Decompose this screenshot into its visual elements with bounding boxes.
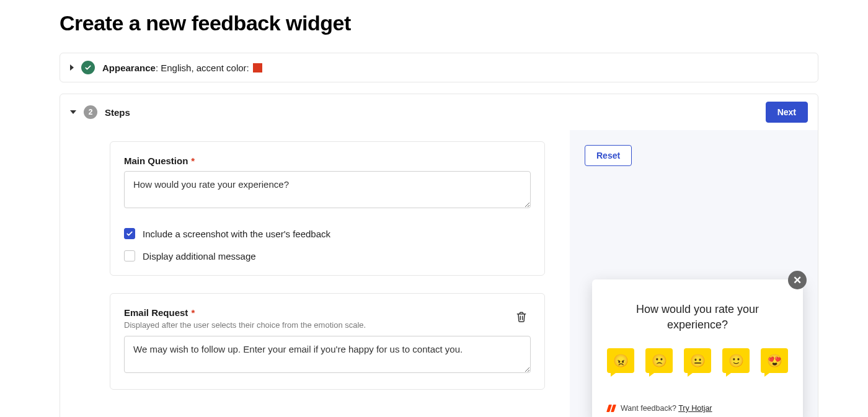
main-question-card: Main Question* Include a screenshot with…	[110, 141, 545, 276]
preview-question: How would you rate your experience?	[607, 302, 788, 332]
emoji-sad[interactable]: 🙁	[645, 348, 673, 373]
emoji-happy[interactable]: 🙂	[722, 348, 750, 373]
steps-title: Steps	[105, 107, 130, 118]
main-question-input[interactable]	[124, 171, 531, 208]
include-screenshot-checkbox[interactable]	[124, 228, 135, 239]
next-button[interactable]: Next	[766, 102, 808, 123]
close-icon[interactable]: ✕	[788, 271, 807, 289]
page-title: Create a new feedback widget	[60, 11, 818, 35]
steps-form: Main Question* Include a screenshot with…	[60, 130, 570, 417]
appearance-summary: Appearance: English, accent color:	[102, 63, 262, 73]
email-request-card: Email Request* Displayed after the user …	[110, 293, 545, 390]
feedback-widget-preview: ✕ How would you rate your experience? 😠 …	[592, 279, 803, 417]
reset-button[interactable]: Reset	[585, 145, 632, 166]
display-additional-checkbox[interactable]	[124, 250, 135, 261]
include-screenshot-label: Include a screenshot with the user's fee…	[143, 229, 330, 239]
appearance-summary-text: : English, accent color:	[156, 63, 252, 73]
email-request-input[interactable]	[124, 336, 531, 373]
chevron-right-icon	[70, 64, 74, 71]
emoji-love[interactable]: 😍	[761, 348, 788, 373]
appearance-panel[interactable]: Appearance: English, accent color:	[60, 53, 818, 82]
emotion-scale: 😠 🙁 😐 🙂 😍	[607, 348, 788, 373]
emoji-neutral[interactable]: 😐	[684, 348, 711, 373]
steps-panel: 2 Steps Next Main Question*	[60, 94, 818, 417]
preview-pane: Reset ✕ How would you rate your experien…	[570, 130, 818, 417]
preview-footer: Want feedback? Try Hotjar	[607, 404, 788, 413]
hotjar-logo-icon	[607, 404, 616, 413]
accent-color-swatch	[253, 63, 262, 72]
email-request-help: Displayed after the user selects their c…	[124, 320, 512, 330]
step-number-badge: 2	[84, 105, 97, 119]
check-icon	[81, 61, 95, 74]
try-hotjar-link[interactable]: Try Hotjar	[678, 404, 712, 413]
footer-prompt: Want feedback?	[621, 404, 676, 413]
emoji-angry[interactable]: 😠	[607, 348, 634, 373]
chevron-down-icon[interactable]	[70, 110, 76, 114]
display-additional-label: Display additional message	[143, 251, 256, 261]
appearance-label: Appearance	[102, 63, 156, 73]
email-request-label: Email Request*	[124, 307, 512, 318]
main-question-label: Main Question*	[124, 156, 531, 166]
delete-email-request-button[interactable]	[512, 307, 531, 326]
